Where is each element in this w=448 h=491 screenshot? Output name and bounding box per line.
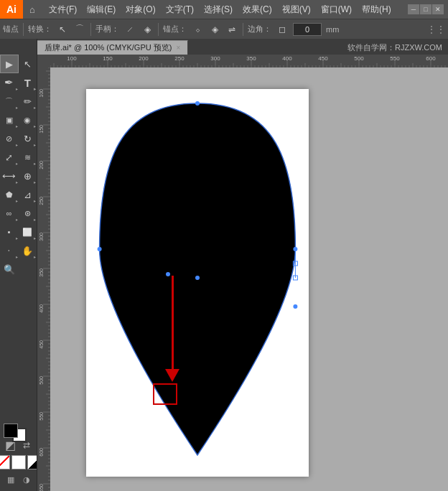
fill-container-icon[interactable]: ▦ (4, 472, 18, 487)
opacity-icon[interactable]: ◑ (19, 472, 34, 487)
color-swatches: ◩ ⇄ ▦ ◑ (0, 421, 37, 491)
arrow-head (165, 369, 179, 382)
red-arrow (165, 276, 179, 382)
window-controls: ─ □ ✕ (408, 4, 444, 14)
direct-selection-tool[interactable]: ↖ (19, 55, 37, 73)
minimize-button[interactable]: ─ (408, 4, 419, 14)
pencil-tool[interactable]: ✏▸ (19, 92, 37, 111)
anchor-tool-2[interactable]: ◈ (208, 23, 221, 36)
tool-row-1: ▶ ↖ (0, 55, 37, 73)
none-fill-swatch[interactable] (0, 455, 10, 469)
ai-logo: Ai (0, 0, 23, 19)
tool-panel: ▶ ↖ ✒▸ T▸ ⌒▸ ✏▸ ▣▸ ◉▸ ⊘▸ ↻▸ (0, 55, 37, 491)
pen-tool[interactable]: ✒▸ (0, 73, 19, 92)
anchor-label-2: 锚点： (163, 24, 187, 34)
anchor-tool-1[interactable]: ⬦ (191, 23, 204, 36)
artboard-tool[interactable]: ⬜▸ (19, 223, 37, 241)
menu-bar: Ai ⌂ 文件(F) 编辑(E) 对象(O) 文字(T) 选择(S) 效果(C)… (0, 0, 448, 19)
tab-close-button[interactable]: × (176, 44, 180, 52)
eyedropper-tool[interactable]: ⊿▸ (19, 185, 37, 204)
toolbar-bar: 锚点 转换： ↖ ⌒ 手柄： ⟋ ◈ 锚点： ⬦ ◈ ⇌ 边角： ◻ mm ⋮⋮ (0, 19, 448, 39)
tool-row-9: ∞▸ ⊛▸ (0, 204, 37, 223)
swatch-row-main (4, 424, 34, 438)
tool-row-7: ⟷▸ ⊕▸ (0, 167, 37, 185)
zoom-tool[interactable]: 🔍 (0, 260, 19, 279)
tab-title: 盾牌.ai* @ 100% (CMYK/GPU 预览) (45, 42, 172, 53)
swatch-row-none (0, 455, 37, 469)
live-paint-tool[interactable]: ⬟▸ (0, 185, 19, 204)
tool-row-12: 🔍 (0, 260, 37, 279)
ruler-left (37, 67, 50, 491)
shape-builder-tool[interactable]: ⊕▸ (19, 167, 37, 185)
rotate-tool[interactable]: ↻▸ (19, 129, 37, 148)
document-tab[interactable]: 盾牌.ai* @ 100% (CMYK/GPU 预览) × (37, 40, 188, 55)
menu-object[interactable]: 对象(O) (121, 2, 159, 17)
gradient-swatch[interactable] (27, 455, 38, 469)
anchor-tool-3[interactable]: ⇌ (225, 23, 238, 36)
artboard (86, 89, 309, 477)
fill-swatch[interactable] (4, 424, 18, 438)
tool-row-6: ⤢▸ ≋▸ (0, 148, 37, 167)
tool-row-11: ⬝▸ ✋▸ (0, 241, 37, 260)
handle-tool-1[interactable]: ⟋ (123, 23, 136, 36)
bottom-icons: ▦ ◑ (4, 471, 34, 488)
paint-tool[interactable]: ▣▸ (0, 111, 19, 129)
menu-window[interactable]: 窗口(W) (317, 2, 356, 17)
corner-value-input[interactable] (293, 23, 322, 36)
lasso-tool[interactable]: ⌒▸ (0, 92, 19, 111)
scale-tool[interactable]: ⤢▸ (0, 148, 19, 167)
canvas-area[interactable] (37, 55, 448, 491)
ruler-top (50, 55, 448, 67)
corner-icon: ◻ (276, 23, 289, 36)
menu-edit[interactable]: 编辑(E) (83, 2, 120, 17)
tab-bar: 盾牌.ai* @ 100% (CMYK/GPU 预览) × 软件自学网：RJZX… (37, 39, 448, 55)
slice-tool[interactable]: ⬝▸ (0, 241, 19, 260)
anchor-label: 锚点 (3, 24, 19, 34)
tool-row-10: ▪▸ ⬜▸ (0, 223, 37, 241)
toolbar-divider-1 (23, 23, 24, 36)
tool-row-3: ⌒▸ ✏▸ (0, 92, 37, 111)
hand-tool[interactable]: ✋▸ (19, 241, 37, 260)
shape-drawing (86, 89, 309, 477)
toolbar-divider-4 (243, 23, 243, 36)
blob-brush-tool[interactable]: ◉▸ (19, 111, 37, 129)
toolbar-divider-2 (90, 23, 91, 36)
close-button[interactable]: ✕ (432, 4, 444, 14)
arrow-line (172, 276, 174, 369)
tool-row-5: ⊘▸ ↻▸ (0, 129, 37, 148)
menu-select[interactable]: 选择(S) (200, 2, 237, 17)
type-tool[interactable]: T▸ (19, 73, 37, 92)
menu-effect[interactable]: 效果(C) (238, 2, 276, 17)
menu-text[interactable]: 文字(T) (162, 2, 198, 17)
transform-label: 转换： (28, 24, 52, 34)
eraser-tool[interactable]: ⊘▸ (0, 129, 19, 148)
menu-help[interactable]: 帮助(H) (358, 2, 396, 17)
menu-view[interactable]: 视图(V) (278, 2, 315, 17)
menu-items: 文件(F) 编辑(E) 对象(O) 文字(T) 选择(S) 效果(C) 视图(V… (42, 2, 396, 17)
tool-row-4: ▣▸ ◉▸ (0, 111, 37, 129)
tool-row-2: ✒▸ T▸ (0, 73, 37, 92)
tool-row-8: ⬟▸ ⊿▸ (0, 185, 37, 204)
home-icon[interactable]: ⌂ (23, 0, 42, 19)
curve-tool[interactable]: ⌒ (73, 23, 86, 36)
anchor-point-center (166, 272, 170, 276)
canvas-content (50, 67, 448, 491)
more-options[interactable]: ⋮⋮ (426, 24, 445, 35)
handle-tool-2[interactable]: ◈ (141, 23, 154, 36)
site-info: 软件自学网：RJZXW.COM (347, 40, 448, 55)
graph-tool[interactable]: ▪▸ (0, 223, 19, 241)
blend-tool[interactable]: ∞▸ (0, 204, 19, 223)
width-tool[interactable]: ⟷▸ (0, 167, 19, 185)
selection-tool[interactable]: ▶ (0, 55, 19, 73)
handle-label: 手柄： (95, 24, 119, 34)
warp-tool[interactable]: ≋▸ (19, 148, 37, 167)
maximize-button[interactable]: □ (420, 4, 431, 14)
symbol-tool[interactable]: ⊛▸ (19, 204, 37, 223)
toolbar-divider-3 (158, 23, 159, 36)
arrow-tool-1[interactable]: ↖ (56, 23, 69, 36)
white-swatch[interactable] (11, 455, 26, 469)
corner-label: 边角： (248, 24, 271, 34)
ruler-corner (37, 55, 50, 67)
menu-file[interactable]: 文件(F) (45, 2, 81, 17)
selection-box (153, 383, 177, 405)
